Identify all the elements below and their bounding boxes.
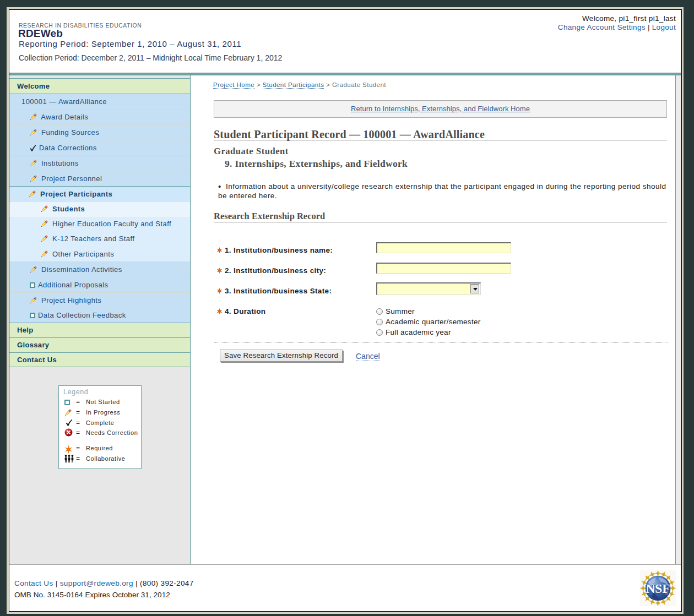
svg-text:NSF: NSF (646, 581, 670, 596)
